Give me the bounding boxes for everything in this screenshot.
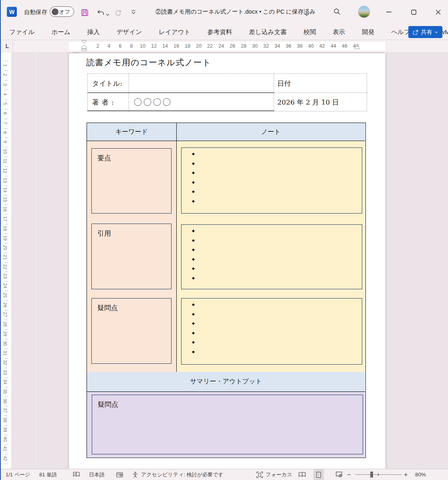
note-header-cell[interactable]: ノート [177,123,365,141]
tab-design[interactable]: デザイン [108,24,150,40]
keyword-box-main-points[interactable]: 要点 [91,148,172,214]
proofing-icon[interactable] [73,469,80,480]
tab-layout[interactable]: レイアウト [150,24,199,40]
table-body-row: 要点引用疑問点 [87,141,365,372]
bullet-icon [192,200,195,203]
ruler-number: 28 [3,320,8,328]
keyword-label: 引用 [92,224,171,238]
tab-stop-selector[interactable]: L [3,42,11,50]
undo-button[interactable] [95,7,106,18]
status-bar: 1/1 ページ 81 単語 日本語 アクセシビリティ: 検討が必要です フォーカ… [0,469,448,480]
ruler-number: 30 [252,42,258,50]
tab-insert[interactable]: 挿入 [79,24,108,40]
toggle-knob-icon [52,8,59,15]
right-indent-marker[interactable] [354,45,360,49]
redo-button[interactable] [113,7,123,18]
keyword-box-questions[interactable]: 疑問点 [91,298,172,364]
ruler-number: 21 [3,253,8,261]
ruler-number: 11 [3,157,8,165]
document-heading[interactable]: 読書メモ用のコーネル式ノート [86,57,211,68]
zoom-center-tick [378,473,379,476]
share-button[interactable]: 共有 [408,26,442,38]
web-layout-button[interactable] [336,469,342,480]
bullet-icon [192,341,195,344]
zoom-slider-handle[interactable] [370,472,373,478]
document-page[interactable]: 読書メモ用のコーネル式ノート タイトル: 日付 著者: 〇〇〇〇 2026 年 … [69,53,385,469]
window-minimize-button[interactable] [379,5,398,19]
note-box-quotes[interactable] [181,224,362,289]
zoom-out-button[interactable]: − [347,469,351,480]
bullet-icon [192,248,195,251]
tab-home[interactable]: ホーム [43,24,79,40]
bullet-icon [192,351,195,353]
note-box-main-points[interactable] [181,147,362,214]
keyword-box-quotes[interactable]: 引用 [91,224,172,289]
keyword-column-cell[interactable]: 要点引用疑問点 [87,141,177,372]
ruler-number: 14 [162,42,168,50]
bullet-icon [192,332,195,335]
tab-file[interactable]: ファイル [1,24,43,40]
undo-dropdown-icon[interactable] [105,10,110,20]
user-avatar[interactable] [358,6,370,18]
ruler-number: 30 [3,339,8,347]
doc-title-dropdown-icon[interactable] [304,9,309,20]
zoom-slider[interactable] [355,474,402,475]
ruler-number: 3 [3,81,8,89]
focus-mode-button[interactable]: フォーカス [256,469,292,480]
focus-label: フォーカス [266,471,292,478]
ruler-number: 22 [207,42,213,50]
ruler-number: 42 [3,454,8,462]
autosave-toggle[interactable]: オフ [50,6,74,17]
summary-header-cell[interactable]: サマリー・アウトプット [87,372,365,392]
word-count[interactable]: 81 単語 [39,469,57,480]
zoom-in-button[interactable]: + [404,469,408,480]
first-line-indent-marker[interactable] [81,40,87,44]
info-author-value[interactable]: 〇〇〇〇 [133,97,172,108]
language-indicator[interactable]: 日本語 [89,469,105,480]
read-mode-button[interactable] [299,469,306,480]
summary-body-cell[interactable]: 疑問点 [87,392,365,457]
info-author-label[interactable]: 著者: [92,98,117,107]
print-layout-button[interactable] [313,469,324,480]
window-maximize-button[interactable] [404,5,423,19]
autosave-state: オフ [59,8,70,16]
info-date-label[interactable]: 日付 [277,79,291,88]
vertical-ruler[interactable]: 1234567891011121314151617181920212223242… [1,52,11,469]
tab-mailings[interactable]: 差し込み文書 [240,24,295,40]
word-app-icon[interactable]: W [7,7,17,17]
tab-developer[interactable]: 開発 [353,24,383,40]
document-title[interactable]: ②読書メモ用のコーネル式ノート.docx • この PC に保存済み [155,8,315,16]
ruler-number: 25 [3,291,8,299]
save-button[interactable] [79,7,90,18]
accessibility-status[interactable]: アクセシビリティ: 検討が必要です [132,469,224,480]
accessibility-icon [132,472,138,478]
info-date-value[interactable]: 2026 年 2 月 10 日 [277,98,339,107]
note-column-cell[interactable] [177,141,365,372]
horizontal-ruler[interactable]: 2468101214161820222426283032343638404244… [69,42,385,50]
tab-references[interactable]: 参考資料 [199,24,240,40]
ruler-number: 39 [3,426,8,434]
ruler-number: 14 [3,186,8,194]
ruler-number: 15 [3,196,8,204]
macro-recording-icon[interactable] [116,469,123,480]
customize-toolbar-icon[interactable] [128,7,139,18]
search-icon[interactable] [332,6,342,17]
ruler-number: 36 [3,397,8,405]
pane-guide-line [36,52,36,465]
hanging-indent-marker[interactable] [81,44,87,51]
table-border [87,111,274,111]
page-count[interactable]: 1/1 ページ [6,469,30,480]
ruler-number: 26 [3,301,8,309]
tab-review[interactable]: 校閲 [295,24,324,40]
bullet-icon [192,322,195,325]
undo-icon [97,9,105,16]
note-box-questions[interactable] [181,298,362,365]
ruler-number: 32 [3,359,8,367]
bullet-icon [192,239,195,242]
zoom-level[interactable]: 80% [415,469,426,480]
info-title-label[interactable]: タイトル: [92,79,122,88]
keyword-header-cell[interactable]: キーワード [87,123,177,141]
summary-box[interactable]: 疑問点 [92,395,363,454]
window-close-button[interactable] [429,5,447,19]
tab-view[interactable]: 表示 [324,24,353,40]
